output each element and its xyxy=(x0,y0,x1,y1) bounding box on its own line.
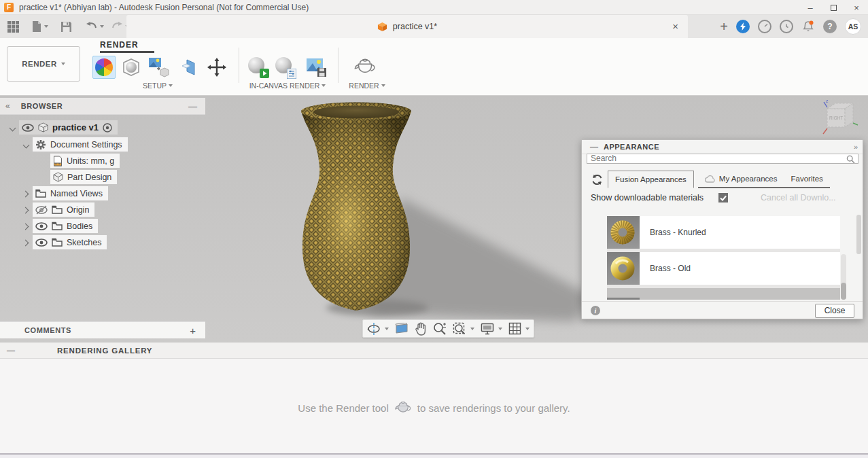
texture-plane-button[interactable] xyxy=(178,56,201,79)
comments-panel[interactable]: COMMENTS + xyxy=(0,321,205,338)
tree-item-label[interactable]: Sketches xyxy=(67,238,101,247)
visibility-eye-icon[interactable] xyxy=(35,239,48,247)
visibility-eye-icon[interactable] xyxy=(35,222,48,230)
browser-header[interactable]: « BROWSER — xyxy=(0,98,205,115)
collapsed-chevron-icon[interactable] xyxy=(23,224,29,229)
tree-row-units[interactable]: Units: mm, g xyxy=(50,154,120,168)
grid-caret-icon xyxy=(525,328,530,330)
notifications-button[interactable] xyxy=(801,20,815,33)
user-avatar[interactable]: AS xyxy=(845,18,861,35)
search-input[interactable] xyxy=(587,154,858,164)
scrollbar-thumb[interactable] xyxy=(856,215,861,254)
app-launcher-button[interactable] xyxy=(5,18,21,35)
tree-row-bodies[interactable]: Bodies xyxy=(23,219,98,233)
show-downloadable-checkbox[interactable] xyxy=(718,193,728,202)
dialog-minimize-icon[interactable]: — xyxy=(590,142,598,152)
tree-row-document-settings[interactable]: Document Settings xyxy=(23,137,128,152)
file-menu-button[interactable] xyxy=(29,18,50,35)
gallery-minimize-button[interactable]: — xyxy=(7,346,15,355)
tree-item-label[interactable]: practice v1 xyxy=(52,122,99,133)
decal-button[interactable] xyxy=(147,56,170,79)
expand-chevron-icon[interactable] xyxy=(10,125,15,130)
tree-row-named-views[interactable]: Named Views xyxy=(23,186,108,200)
tab-close-button[interactable]: × xyxy=(672,20,678,32)
appearance-tool-button[interactable] xyxy=(92,56,116,79)
undo-button[interactable] xyxy=(84,18,106,35)
scrollbar-thumb[interactable] xyxy=(841,283,846,300)
document-cube-icon xyxy=(377,22,387,32)
material-row-partial[interactable] xyxy=(607,288,840,300)
fit-button[interactable] xyxy=(453,322,474,336)
tree-item-label[interactable]: Part Design xyxy=(67,173,111,182)
tab-fusion-appearances[interactable]: Fusion Appearances xyxy=(608,171,694,188)
render-group-dropdown[interactable]: RENDER xyxy=(348,82,386,90)
browser-collapse-icon[interactable]: « xyxy=(5,101,9,111)
activity-button[interactable] xyxy=(780,20,793,33)
tree-row-origin[interactable]: Origin xyxy=(23,202,94,217)
tree-row-root[interactable]: practice v1 xyxy=(10,120,118,135)
material-row-brass-old[interactable]: Brass - Old xyxy=(607,252,840,285)
visibility-eye-icon[interactable] xyxy=(22,124,34,132)
tree-row-part-design[interactable]: Part Design xyxy=(50,170,117,184)
new-tab-button[interactable]: + xyxy=(720,20,728,33)
extensions-button[interactable] xyxy=(758,20,771,33)
cancel-all-downloads-button[interactable]: Cancel all Downlo... xyxy=(761,193,835,202)
in-canvas-group-label: IN-CANVAS RENDER xyxy=(249,82,320,90)
in-canvas-render-group-dropdown[interactable]: IN-CANVAS RENDER xyxy=(247,82,328,90)
material-row-brass-knurled[interactable]: Brass - Knurled xyxy=(607,216,840,249)
collapsed-chevron-icon[interactable] xyxy=(23,207,29,213)
appearance-search-box[interactable] xyxy=(587,154,858,164)
tree-item-label[interactable]: Origin xyxy=(67,205,89,215)
tab-favorites[interactable]: Favorites xyxy=(784,171,830,188)
workspace-selector-button[interactable]: RENDER xyxy=(7,46,80,82)
zoom-button[interactable] xyxy=(433,322,447,336)
rendering-gallery-header[interactable]: — RENDERING GALLERY xyxy=(0,342,868,359)
dialog-scrollbar[interactable] xyxy=(856,215,861,301)
scene-settings-button[interactable] xyxy=(120,56,143,79)
browser-minimize-button[interactable]: — xyxy=(188,101,197,111)
view-cube[interactable]: RIGHT z xyxy=(819,99,858,137)
setup-group-dropdown[interactable]: SETUP xyxy=(143,82,173,90)
tab-my-appearances[interactable]: My Appearances xyxy=(698,171,784,188)
look-at-button[interactable] xyxy=(395,323,409,334)
appearance-dialog-header[interactable]: — APPEARANCE » xyxy=(582,140,863,154)
render-button[interactable] xyxy=(353,56,377,79)
browser-panel: « BROWSER — practice v1 xyxy=(0,98,205,115)
activate-component-radio-icon[interactable] xyxy=(103,123,112,133)
materials-list-scrollbar[interactable] xyxy=(841,254,846,300)
in-canvas-render-button[interactable] xyxy=(247,56,270,79)
job-status-button[interactable] xyxy=(736,20,750,33)
document-tab[interactable]: practice v1* × xyxy=(126,15,688,38)
tree-item-label[interactable]: Units: mm, g xyxy=(67,156,114,166)
dialog-expand-icon[interactable]: » xyxy=(854,143,857,151)
window-close-button[interactable]: × xyxy=(845,0,868,15)
display-settings-button[interactable] xyxy=(481,323,502,335)
tree-row-sketches[interactable]: Sketches xyxy=(23,235,107,249)
close-button[interactable]: Close xyxy=(815,304,854,318)
texture-map-controls-button[interactable] xyxy=(205,56,228,79)
tree-item-label[interactable]: Bodies xyxy=(67,222,92,231)
expand-chevron-icon[interactable] xyxy=(23,142,29,147)
info-icon[interactable]: i xyxy=(591,306,600,315)
visibility-off-eye-icon[interactable] xyxy=(35,205,48,215)
collapsed-chevron-icon[interactable] xyxy=(23,191,29,196)
capture-image-button[interactable] xyxy=(305,56,328,79)
pan-button[interactable] xyxy=(415,322,427,336)
3d-viewport[interactable]: RIGHT z « BROWSER — practice v1 xyxy=(0,96,868,342)
save-button[interactable] xyxy=(58,18,74,35)
save-icon xyxy=(60,21,72,33)
grid-layout-button[interactable] xyxy=(508,322,530,335)
collapsed-chevron-icon[interactable] xyxy=(23,240,29,245)
tree-item-label[interactable]: Named Views xyxy=(50,189,103,198)
tab-label: Favorites xyxy=(791,175,823,183)
folder-icon xyxy=(52,205,63,214)
tree-item-label[interactable]: Document Settings xyxy=(50,140,122,149)
ribbon-tab-render[interactable]: RENDER xyxy=(100,40,139,50)
add-comment-button[interactable]: + xyxy=(190,325,196,336)
in-canvas-render-settings-button[interactable] xyxy=(274,56,297,79)
help-button[interactable]: ? xyxy=(823,20,837,33)
refresh-icon[interactable] xyxy=(591,173,604,186)
window-maximize-button[interactable] xyxy=(822,0,845,15)
window-minimize-button[interactable]: – xyxy=(799,0,822,15)
orbit-button[interactable] xyxy=(367,322,389,336)
